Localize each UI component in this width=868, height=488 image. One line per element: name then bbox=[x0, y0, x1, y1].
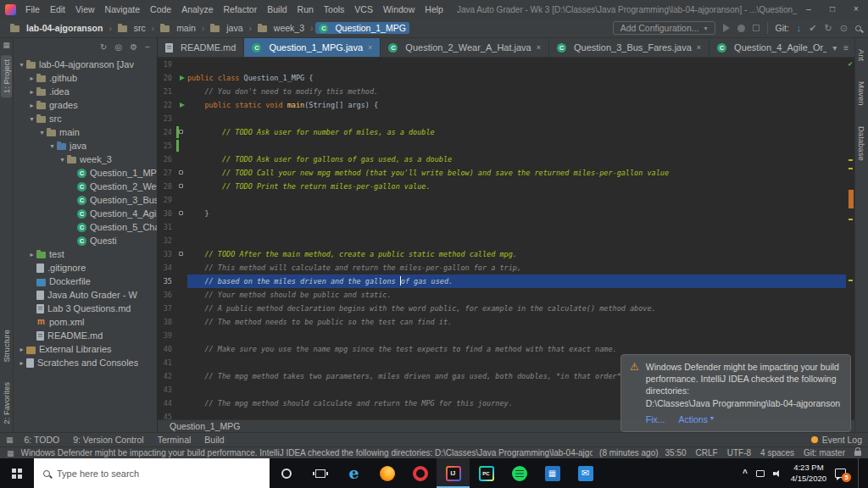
code-line[interactable]: 38 // The method needs to be public so t… bbox=[158, 315, 846, 329]
git-update-icon[interactable]: ↓ bbox=[797, 24, 802, 33]
close-tab-icon[interactable]: × bbox=[368, 43, 372, 52]
inspection-status-icon[interactable]: ✔ bbox=[849, 59, 853, 68]
code-line[interactable]: 39 bbox=[158, 329, 846, 342]
code-line[interactable]: 35 // based on the miles driven and the … bbox=[158, 274, 846, 288]
tree-item[interactable]: pom.xml bbox=[14, 315, 157, 329]
close-button[interactable]: × bbox=[844, 0, 868, 19]
debug-button[interactable] bbox=[737, 25, 745, 32]
menu-edit[interactable]: Edit bbox=[45, 0, 70, 19]
caret-position[interactable]: 35:50 bbox=[665, 448, 687, 458]
tree-item[interactable]: ▸.github bbox=[14, 71, 157, 85]
lock-icon[interactable] bbox=[854, 451, 861, 456]
code-line[interactable]: 36 // Your method should be public and s… bbox=[158, 288, 846, 302]
chevron-down-icon[interactable]: ▾ bbox=[37, 129, 47, 136]
code-line[interactable]: 25 bbox=[158, 139, 846, 152]
chevron-right-icon[interactable]: ▸ bbox=[17, 359, 26, 367]
code-line[interactable]: 19 bbox=[158, 58, 846, 71]
menu-vcs[interactable]: VCS bbox=[349, 0, 378, 19]
hide-panel-icon[interactable]: − bbox=[145, 43, 150, 52]
breadcrumb-item[interactable]: java bbox=[207, 22, 246, 34]
code-line[interactable]: 27 // TODO Call your new mpg method (tha… bbox=[158, 166, 846, 180]
menu-build[interactable]: Build bbox=[262, 0, 292, 19]
code-line[interactable]: 28 // TODO Print the return miles-per-ga… bbox=[158, 180, 846, 193]
breadcrumb-item[interactable]: main bbox=[157, 22, 199, 34]
tool-stripe-2favorites[interactable]: 2: Favorites bbox=[1, 378, 12, 429]
encoding[interactable]: UTF-8 bbox=[727, 448, 751, 458]
tool-stripe-maven[interactable]: Maven bbox=[856, 77, 867, 110]
code-line[interactable]: 26 // TODO Ask user for gallons of gas u… bbox=[158, 152, 846, 166]
show-desktop-button[interactable] bbox=[858, 458, 861, 488]
taskbar-app-edge[interactable] bbox=[337, 458, 370, 488]
menu-navigate[interactable]: Navigate bbox=[100, 0, 145, 19]
cortana-button[interactable] bbox=[270, 458, 303, 488]
menu-window[interactable]: Window bbox=[378, 0, 420, 19]
tree-item[interactable]: Lab 3 Questions.md bbox=[14, 302, 157, 315]
tree-item[interactable]: ▾main bbox=[14, 125, 157, 139]
menu-help[interactable]: Help bbox=[420, 0, 448, 19]
menu-file[interactable]: File bbox=[20, 0, 45, 19]
close-tab-icon[interactable]: × bbox=[697, 43, 701, 52]
code-line[interactable]: 29 bbox=[158, 193, 846, 207]
code-line[interactable]: 24 // TODO Ask user for number of miles,… bbox=[158, 125, 846, 139]
chevron-down-icon[interactable]: ▾ bbox=[832, 43, 837, 53]
tree-item[interactable]: Questi bbox=[14, 234, 157, 247]
vcs-branch[interactable]: Git: master bbox=[804, 448, 845, 458]
tree-item[interactable]: ▸grades bbox=[14, 98, 157, 112]
taskbar-app-opera[interactable] bbox=[403, 458, 437, 488]
editor-tab[interactable]: README.md bbox=[158, 38, 244, 57]
code-line[interactable]: 34 // This method will calculate and ret… bbox=[158, 261, 846, 274]
event-log-button[interactable]: Event Log bbox=[811, 435, 862, 445]
tool-stripe-structure[interactable]: Structure bbox=[1, 325, 12, 367]
breadcrumb-file[interactable]: Question_1_MPG bbox=[170, 421, 240, 431]
action-center-icon[interactable]: 5 bbox=[835, 469, 846, 478]
notification-balloon[interactable]: ⚠ Windows Defender might be impacting yo… bbox=[620, 354, 851, 432]
actions-link[interactable]: Actions▾ bbox=[679, 413, 714, 425]
tree-item[interactable]: ▾src bbox=[14, 112, 157, 125]
search-everywhere-icon[interactable] bbox=[855, 25, 861, 31]
tree-item[interactable]: ▾week_3 bbox=[14, 152, 157, 166]
chevron-right-icon[interactable]: ▸ bbox=[27, 102, 36, 109]
menu-tools[interactable]: Tools bbox=[319, 0, 350, 19]
tree-item[interactable]: Question_2_Wear_A_Hat bbox=[14, 180, 157, 193]
coverage-button[interactable] bbox=[753, 25, 760, 31]
chevron-down-icon[interactable]: ▾ bbox=[17, 61, 26, 69]
breadcrumb-item[interactable]: Question_1_MPG bbox=[315, 22, 409, 34]
menu-analyze[interactable]: Analyze bbox=[176, 0, 218, 19]
tool-stripe-1project[interactable]: 1: Project bbox=[1, 55, 12, 97]
menu-run[interactable]: Run bbox=[292, 0, 319, 19]
tool-windows-icon[interactable]: ▦ bbox=[3, 41, 10, 49]
tree-item[interactable]: ▸.idea bbox=[14, 85, 157, 98]
tree-item[interactable]: .gitignore bbox=[14, 261, 157, 274]
code-line[interactable]: 22 public static void main(String[] args… bbox=[158, 98, 846, 112]
refresh-icon[interactable]: ↻ bbox=[100, 43, 107, 52]
toolwindow-button-9-version-control[interactable]: 9: Version Control bbox=[73, 435, 143, 445]
code-line[interactable]: 20public class Question_1_MPG { bbox=[158, 71, 846, 85]
tree-item[interactable]: ▾lab-04-ajgoranson [Jav bbox=[14, 58, 157, 71]
taskbar-clock[interactable]: 4:23 PM 4/15/2020 bbox=[791, 463, 826, 484]
run-configurations-dropdown[interactable]: Add Configuration... ▾ bbox=[613, 21, 715, 35]
code-line[interactable]: 31 bbox=[158, 220, 846, 234]
toolwindow-switcher-icon[interactable]: ▦ bbox=[6, 435, 14, 444]
toolwindow-button-build[interactable]: Build bbox=[204, 435, 224, 445]
toolwindow-switcher-icon[interactable]: ▦ bbox=[7, 449, 14, 458]
taskbar-app-firefox[interactable] bbox=[370, 458, 403, 488]
taskbar-app-calculator[interactable] bbox=[536, 458, 569, 488]
tree-item[interactable]: ▾java bbox=[14, 139, 157, 152]
code-line[interactable]: 21 // You don't need to modify this meth… bbox=[158, 85, 846, 98]
chevron-right-icon[interactable]: ▸ bbox=[27, 88, 36, 96]
run-gutter-icon[interactable] bbox=[176, 71, 187, 85]
code-line[interactable]: 23 bbox=[158, 112, 846, 125]
taskbar-app-intellij[interactable] bbox=[437, 458, 470, 488]
run-button[interactable] bbox=[723, 24, 730, 32]
search-input[interactable] bbox=[57, 469, 226, 479]
tree-item[interactable]: Question_3_Bus_Fares bbox=[14, 193, 157, 207]
toolwindow-button-terminal[interactable]: Terminal bbox=[158, 435, 192, 445]
editor-tab[interactable]: Question_3_Bus_Fares.java× bbox=[549, 38, 709, 57]
locate-file-icon[interactable]: ◎ bbox=[114, 43, 122, 52]
status-message[interactable]: Windows Defender might be impacting your… bbox=[21, 448, 593, 458]
breadcrumb-item[interactable]: week_3 bbox=[254, 22, 308, 34]
network-icon[interactable] bbox=[756, 470, 765, 477]
chevron-right-icon[interactable]: ▸ bbox=[27, 75, 36, 82]
taskbar-search[interactable] bbox=[34, 458, 270, 488]
editor-tab[interactable]: Question_1_MPG.java× bbox=[244, 38, 381, 57]
